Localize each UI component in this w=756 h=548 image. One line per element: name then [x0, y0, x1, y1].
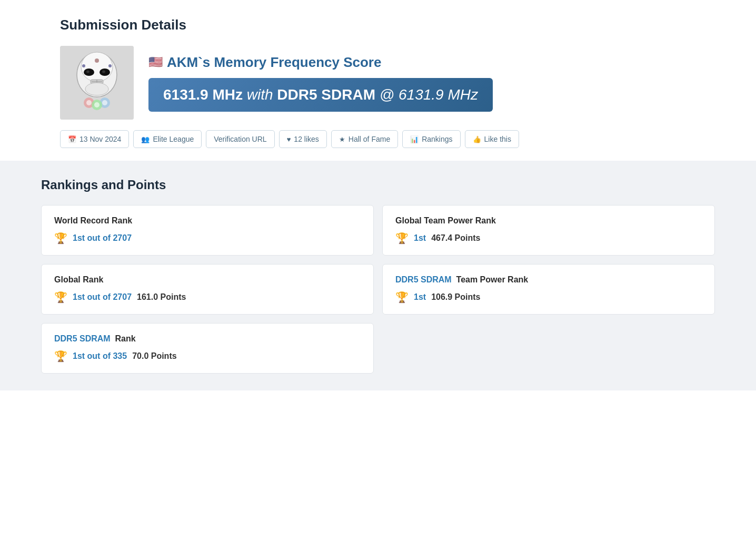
badges-row: 📅 13 Nov 2024 👥 Elite League Verificatio…: [60, 130, 696, 148]
heart-icon: ♥: [287, 135, 291, 143]
submission-title: 🇺🇸 AKM`s Memory Frequency Score: [148, 54, 696, 71]
global-rank-row: 🏆 1st out of 2707 161.0 Points: [54, 291, 361, 304]
group-icon: 👥: [141, 135, 150, 143]
rankings-grid: World Record Rank 🏆 1st out of 2707 Glob…: [41, 205, 715, 374]
ddr5-team-power-rank-title: DDR5 SDRAM Team Power Rank: [395, 275, 702, 285]
ddr5-team-power-rank-card: DDR5 SDRAM Team Power Rank 🏆 1st 106.9 P…: [382, 264, 715, 315]
svg-point-5: [86, 71, 89, 73]
submission-title-text: AKM`s Memory Frequency Score: [167, 54, 381, 71]
svg-point-2: [81, 52, 113, 82]
ddr5-rank-title: DDR5 SDRAM Rank: [54, 334, 361, 344]
world-record-rank-title: World Record Rank: [54, 216, 361, 226]
global-team-power-rank-title: Global Team Power Rank: [395, 216, 702, 226]
ddr5-link-text[interactable]: DDR5 SDRAM: [395, 275, 452, 284]
ddr5-rank-row: 🏆 1st out of 335 70.0 Points: [54, 350, 361, 363]
ddr5-rank-link-text[interactable]: DDR5 SDRAM: [54, 334, 111, 343]
flag-icon: 🇺🇸: [148, 55, 163, 69]
submission-header: 🇺🇸 AKM`s Memory Frequency Score 6131.9 M…: [60, 46, 696, 120]
global-rank-link[interactable]: 1st out of 2707: [73, 292, 132, 302]
trophy-icon-2: 🏆: [395, 232, 409, 244]
verification-badge[interactable]: Verification URL: [206, 130, 274, 148]
avatar: [60, 46, 134, 120]
trophy-icon: 🏆: [54, 232, 67, 244]
submission-details-title: Submission Details: [60, 17, 696, 33]
hof-label: Hall of Fame: [349, 135, 390, 143]
rankings-title: Rankings and Points: [41, 178, 715, 192]
svg-point-17: [86, 100, 92, 105]
global-team-power-rank-card: Global Team Power Rank 🏆 1st 467.4 Point…: [382, 205, 715, 256]
ddr5-team-power-rank-row: 🏆 1st 106.9 Points: [395, 291, 702, 304]
calendar-icon: 📅: [68, 135, 76, 143]
date-label: 13 Nov 2024: [79, 135, 121, 143]
likes-label: 12 likes: [294, 135, 319, 143]
league-badge[interactable]: 👥 Elite League: [133, 130, 202, 148]
svg-point-19: [94, 102, 100, 107]
score-at: @: [380, 86, 394, 103]
svg-point-10: [85, 83, 108, 95]
likes-badge[interactable]: ♥ 12 likes: [279, 130, 327, 148]
date-badge[interactable]: 📅 13 Nov 2024: [60, 130, 129, 148]
score-banner-text: 6131.9 MHz with DDR5 SDRAM @ 6131.9 MHz: [163, 86, 478, 103]
ddr5-rank-points: 70.0 Points: [132, 351, 176, 361]
star-icon: ★: [339, 135, 345, 143]
global-team-power-points: 467.4 Points: [431, 233, 480, 243]
svg-point-18: [102, 100, 107, 105]
world-record-rank-card: World Record Rank 🏆 1st out of 2707: [41, 205, 374, 256]
rankings-section: Rankings and Points World Record Rank 🏆 …: [0, 161, 756, 390]
score-detail: 6131.9 MHz: [399, 86, 478, 103]
score-banner: 6131.9 MHz with DDR5 SDRAM @ 6131.9 MHz: [148, 78, 493, 112]
ddr5-rank-card: DDR5 SDRAM Rank 🏆 1st out of 335 70.0 Po…: [41, 323, 374, 374]
trophy-icon-5: 🏆: [54, 350, 67, 363]
score-type: DDR5 SDRAM: [277, 86, 375, 103]
trophy-icon-4: 🏆: [395, 291, 409, 304]
chart-icon: 📊: [410, 135, 419, 143]
global-rank-title: Global Rank: [54, 275, 361, 285]
like-badge[interactable]: 👍 Like this: [465, 130, 519, 148]
ddr5-rank-link[interactable]: 1st out of 335: [73, 351, 127, 361]
global-team-power-rank-row: 🏆 1st 467.4 Points: [395, 232, 702, 244]
svg-point-6: [102, 71, 105, 73]
score-with: with: [247, 86, 273, 103]
thumbsup-icon: 👍: [473, 135, 481, 143]
submission-info: 🇺🇸 AKM`s Memory Frequency Score 6131.9 M…: [148, 54, 696, 112]
ddr5-team-power-points: 106.9 Points: [431, 292, 480, 302]
svg-point-11: [82, 64, 85, 67]
world-record-rank-link[interactable]: 1st out of 2707: [73, 233, 132, 243]
global-rank-points: 161.0 Points: [137, 292, 186, 302]
ddr5-team-power-rank-link[interactable]: 1st: [414, 292, 426, 302]
like-label: Like this: [484, 135, 511, 143]
svg-point-13: [95, 58, 99, 63]
verification-label: Verification URL: [214, 135, 266, 143]
rankings-label: Rankings: [422, 135, 452, 143]
hof-badge[interactable]: ★ Hall of Fame: [331, 130, 398, 148]
svg-point-12: [108, 64, 112, 67]
league-label: Elite League: [153, 135, 194, 143]
world-record-rank-row: 🏆 1st out of 2707: [54, 232, 361, 244]
global-rank-card: Global Rank 🏆 1st out of 2707 161.0 Poin…: [41, 264, 374, 315]
score-main: 6131.9 MHz: [163, 86, 243, 103]
rankings-badge[interactable]: 📊 Rankings: [402, 130, 460, 148]
global-team-power-rank-link[interactable]: 1st: [414, 233, 426, 243]
trophy-icon-3: 🏆: [54, 291, 67, 304]
